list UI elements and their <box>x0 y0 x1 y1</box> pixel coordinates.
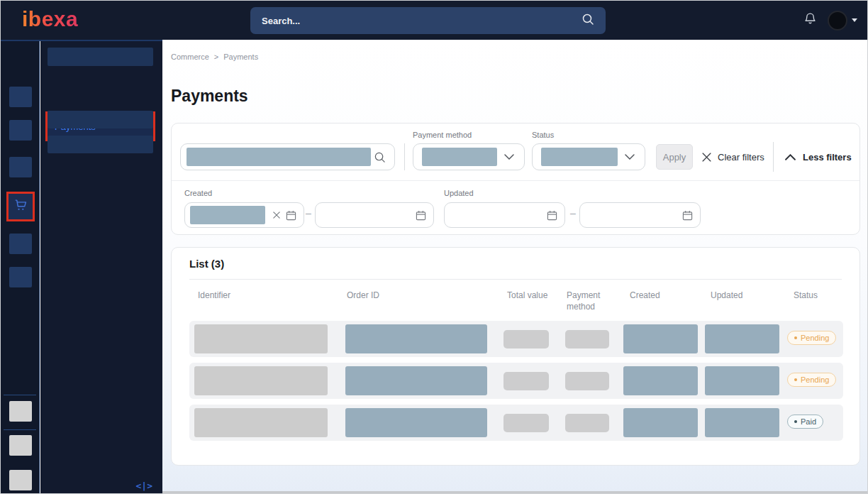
commerce-menu-item-highlighted[interactable] <box>6 192 35 221</box>
updated-from-date-input[interactable] <box>444 202 565 228</box>
sidebar-item-4[interactable] <box>48 136 153 153</box>
rail-menu-item-3[interactable] <box>9 157 32 177</box>
ibexa-logo[interactable]: ibexa <box>22 7 78 31</box>
col-header-total-value: Total value <box>507 290 547 302</box>
list-header-divider <box>189 279 842 280</box>
identifier-placeholder <box>194 324 328 353</box>
clear-date-icon[interactable] <box>273 212 280 219</box>
search-icon <box>582 13 594 28</box>
filter-search-input[interactable] <box>180 143 395 170</box>
table-row[interactable]: Paid <box>189 405 843 441</box>
payment-method-dropdown[interactable] <box>413 143 525 170</box>
clear-filters-button[interactable]: Clear filters <box>702 144 764 170</box>
rail-bottom-item-3[interactable] <box>9 470 32 490</box>
rail-menu-item-1[interactable] <box>9 87 32 107</box>
calendar-icon[interactable] <box>547 210 557 221</box>
breadcrumb-item-payments[interactable]: Payments <box>223 53 258 61</box>
breadcrumb: Commerce > Payments <box>171 53 258 61</box>
rail-divider <box>4 395 36 395</box>
rail-divider <box>4 429 36 430</box>
sidebar-item-1[interactable] <box>48 48 153 66</box>
notifications-bell-icon[interactable] <box>803 11 818 29</box>
created-from-date-input[interactable] <box>184 202 304 228</box>
rail-bottom-item-1[interactable] <box>9 401 32 422</box>
sidebar-item-3[interactable] <box>48 111 153 128</box>
status-badge: Paid <box>787 415 823 429</box>
updated-label: Updated <box>444 189 474 197</box>
status-dot <box>794 336 797 339</box>
payment-method-placeholder <box>565 372 609 390</box>
updated-to-date-input[interactable] <box>579 202 701 228</box>
filter-divider <box>404 143 405 170</box>
status-badge-label: Paid <box>801 417 816 426</box>
updated-placeholder <box>705 366 779 395</box>
clear-filters-label: Clear filters <box>718 152 764 163</box>
status-badge: Pending <box>787 373 836 387</box>
user-avatar <box>828 11 847 31</box>
status-dot <box>794 420 797 423</box>
table-row[interactable]: Pending <box>189 321 843 357</box>
calendar-icon[interactable] <box>682 210 693 221</box>
list-title: List (3) <box>189 258 224 270</box>
created-to-date-input[interactable] <box>315 202 434 228</box>
status-badge: Pending <box>787 331 836 345</box>
less-filters-button[interactable]: Less filters <box>785 144 852 170</box>
sidebar-resize-handle-icon[interactable]: <|> <box>136 481 152 491</box>
rail-menu-item-6[interactable] <box>9 267 32 287</box>
col-header-status: Status <box>794 290 818 302</box>
breadcrumb-item-commerce[interactable]: Commerce <box>171 53 209 61</box>
status-dot <box>794 378 797 381</box>
created-placeholder <box>623 324 698 353</box>
page-title: Payments <box>171 87 248 106</box>
total-value-placeholder <box>503 372 549 390</box>
calendar-icon[interactable] <box>416 210 426 221</box>
close-icon <box>702 153 711 162</box>
main-content: Commerce > Payments Payments Payment met… <box>162 40 868 494</box>
search-icon <box>374 151 386 163</box>
order-id-placeholder <box>345 408 487 437</box>
icon-rail <box>1 41 40 494</box>
global-search-input[interactable]: Search... <box>250 7 606 34</box>
col-header-updated: Updated <box>711 290 742 302</box>
payment-method-label: Payment method <box>413 131 472 139</box>
less-filters-label: Less filters <box>803 152 852 163</box>
updated-placeholder <box>705 324 779 353</box>
payments-list-panel: List (3) Identifier Order ID Total value… <box>171 247 860 466</box>
updated-placeholder <box>705 408 779 437</box>
user-menu[interactable] <box>828 11 857 31</box>
col-header-order-id: Order ID <box>347 290 379 302</box>
payment-method-value-placeholder <box>422 148 497 166</box>
rail-menu-item-5[interactable] <box>9 234 32 254</box>
col-header-identifier: Identifier <box>198 290 230 302</box>
apply-button[interactable]: Apply <box>656 144 693 170</box>
chevron-down-icon <box>625 154 635 160</box>
created-from-value-placeholder <box>190 206 265 224</box>
order-id-placeholder <box>345 366 487 395</box>
status-badge-label: Pending <box>801 375 829 384</box>
topbar-actions <box>803 1 857 40</box>
top-bar: ibexa Search... <box>1 1 867 40</box>
payment-method-placeholder <box>565 330 609 348</box>
status-dropdown[interactable] <box>532 143 645 170</box>
filters-panel: Payment method Status Apply <box>171 123 860 235</box>
status-label: Status <box>532 131 554 139</box>
app-window: ibexa Search... <box>0 0 868 494</box>
filter-search-value-placeholder <box>187 148 371 166</box>
filter-divider <box>773 142 774 172</box>
chevron-down-icon <box>852 18 857 22</box>
global-search-placeholder: Search... <box>262 16 582 26</box>
table-row[interactable]: Pending <box>189 363 843 399</box>
secondary-sidebar: Payments <|> <box>40 41 162 494</box>
date-range-dash: – <box>570 207 576 219</box>
total-value-placeholder <box>503 330 549 348</box>
status-value-placeholder <box>541 148 618 166</box>
filter-rows-divider <box>172 180 859 181</box>
calendar-icon[interactable] <box>286 210 296 221</box>
date-range-dash: – <box>306 207 311 219</box>
total-value-placeholder <box>503 414 549 432</box>
created-placeholder <box>623 366 698 395</box>
rail-menu-item-2[interactable] <box>9 120 32 141</box>
horizontal-scrollbar[interactable] <box>162 491 868 494</box>
chevron-down-icon <box>504 154 514 160</box>
rail-bottom-item-2[interactable] <box>9 435 32 456</box>
